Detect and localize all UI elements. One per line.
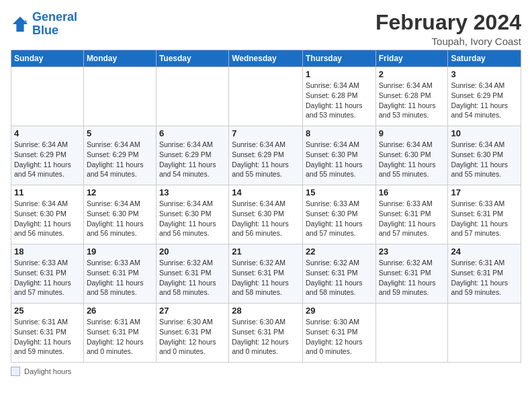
day-info: Sunrise: 6:34 AM Sunset: 6:29 PM Dayligh… bbox=[451, 81, 518, 120]
day-number: 22 bbox=[306, 246, 373, 257]
footer: Daylight hours bbox=[11, 367, 521, 376]
calendar-cell: 17Sunrise: 6:33 AM Sunset: 6:31 PM Dayli… bbox=[448, 185, 521, 244]
day-number: 9 bbox=[379, 128, 445, 138]
calendar-cell bbox=[83, 67, 156, 126]
calendar-cell: 10Sunrise: 6:34 AM Sunset: 6:30 PM Dayli… bbox=[448, 126, 521, 185]
calendar-cell: 1Sunrise: 6:34 AM Sunset: 6:28 PM Daylig… bbox=[302, 67, 375, 126]
day-number: 25 bbox=[14, 306, 81, 316]
day-number: 16 bbox=[379, 187, 445, 197]
calendar-cell: 3Sunrise: 6:34 AM Sunset: 6:29 PM Daylig… bbox=[448, 67, 521, 126]
calendar-cell: 27Sunrise: 6:30 AM Sunset: 6:31 PM Dayli… bbox=[156, 304, 228, 363]
calendar-cell: 7Sunrise: 6:34 AM Sunset: 6:29 PM Daylig… bbox=[229, 126, 303, 185]
day-info: Sunrise: 6:33 AM Sunset: 6:31 PM Dayligh… bbox=[451, 199, 518, 238]
day-info: Sunrise: 6:32 AM Sunset: 6:31 PM Dayligh… bbox=[159, 258, 226, 298]
week-row-2: 4Sunrise: 6:34 AM Sunset: 6:29 PM Daylig… bbox=[11, 126, 521, 185]
daylight-legend-label: Daylight hours bbox=[24, 367, 71, 375]
calendar-subtitle: Toupah, Ivory Coast bbox=[375, 36, 521, 47]
calendar-table: SundayMondayTuesdayWednesdayThursdayFrid… bbox=[11, 50, 521, 363]
weekday-header-thursday: Thursday bbox=[302, 50, 375, 67]
header: General Blue February 2024 Toupah, Ivory… bbox=[11, 11, 521, 47]
day-number: 21 bbox=[232, 246, 300, 257]
day-number: 2 bbox=[379, 69, 445, 79]
day-number: 10 bbox=[451, 128, 518, 138]
day-number: 14 bbox=[232, 187, 300, 197]
day-number: 29 bbox=[306, 306, 373, 316]
day-number: 1 bbox=[306, 69, 373, 79]
calendar-cell bbox=[375, 304, 448, 363]
day-number: 8 bbox=[306, 128, 373, 138]
day-number: 27 bbox=[159, 306, 226, 316]
calendar-cell: 11Sunrise: 6:34 AM Sunset: 6:30 PM Dayli… bbox=[11, 185, 84, 244]
weekday-header-saturday: Saturday bbox=[448, 50, 521, 67]
day-number: 12 bbox=[87, 187, 153, 197]
calendar-cell: 22Sunrise: 6:32 AM Sunset: 6:31 PM Dayli… bbox=[302, 244, 375, 304]
day-info: Sunrise: 6:33 AM Sunset: 6:31 PM Dayligh… bbox=[14, 258, 81, 298]
day-info: Sunrise: 6:34 AM Sunset: 6:28 PM Dayligh… bbox=[306, 81, 373, 120]
day-number: 18 bbox=[14, 246, 81, 257]
day-info: Sunrise: 6:34 AM Sunset: 6:30 PM Dayligh… bbox=[14, 199, 81, 238]
calendar-cell bbox=[229, 67, 303, 126]
calendar-cell: 4Sunrise: 6:34 AM Sunset: 6:29 PM Daylig… bbox=[11, 126, 84, 185]
title-block: February 2024 Toupah, Ivory Coast bbox=[375, 11, 521, 47]
day-info: Sunrise: 6:30 AM Sunset: 6:31 PM Dayligh… bbox=[159, 317, 226, 357]
weekday-header-wednesday: Wednesday bbox=[229, 50, 303, 67]
day-number: 19 bbox=[87, 246, 153, 257]
day-number: 20 bbox=[159, 246, 226, 257]
calendar-title: February 2024 bbox=[375, 11, 521, 34]
calendar-cell: 28Sunrise: 6:30 AM Sunset: 6:31 PM Dayli… bbox=[229, 304, 303, 363]
calendar-cell: 15Sunrise: 6:33 AM Sunset: 6:30 PM Dayli… bbox=[302, 185, 375, 244]
calendar-cell: 8Sunrise: 6:34 AM Sunset: 6:30 PM Daylig… bbox=[302, 126, 375, 185]
calendar-cell: 18Sunrise: 6:33 AM Sunset: 6:31 PM Dayli… bbox=[11, 244, 84, 304]
day-number: 5 bbox=[87, 128, 153, 138]
day-number: 28 bbox=[232, 306, 300, 316]
daylight-legend-box bbox=[11, 367, 20, 376]
day-info: Sunrise: 6:34 AM Sunset: 6:30 PM Dayligh… bbox=[87, 199, 153, 238]
calendar-cell: 20Sunrise: 6:32 AM Sunset: 6:31 PM Dayli… bbox=[156, 244, 228, 304]
day-number: 11 bbox=[14, 187, 81, 197]
calendar-cell: 5Sunrise: 6:34 AM Sunset: 6:29 PM Daylig… bbox=[83, 126, 156, 185]
day-number: 6 bbox=[159, 128, 226, 138]
day-info: Sunrise: 6:34 AM Sunset: 6:28 PM Dayligh… bbox=[379, 81, 445, 120]
day-info: Sunrise: 6:34 AM Sunset: 6:29 PM Dayligh… bbox=[232, 140, 300, 179]
week-row-3: 11Sunrise: 6:34 AM Sunset: 6:30 PM Dayli… bbox=[11, 185, 521, 244]
calendar-cell: 25Sunrise: 6:31 AM Sunset: 6:31 PM Dayli… bbox=[11, 304, 84, 363]
day-info: Sunrise: 6:31 AM Sunset: 6:31 PM Dayligh… bbox=[87, 317, 153, 357]
calendar-cell: 19Sunrise: 6:33 AM Sunset: 6:31 PM Dayli… bbox=[83, 244, 156, 304]
calendar-cell: 6Sunrise: 6:34 AM Sunset: 6:29 PM Daylig… bbox=[156, 126, 228, 185]
logo: General Blue bbox=[11, 11, 77, 38]
calendar-cell bbox=[11, 67, 84, 126]
week-row-1: 1Sunrise: 6:34 AM Sunset: 6:28 PM Daylig… bbox=[11, 67, 521, 126]
calendar-cell: 29Sunrise: 6:30 AM Sunset: 6:31 PM Dayli… bbox=[302, 304, 375, 363]
logo-text: General Blue bbox=[32, 11, 77, 38]
calendar-cell: 16Sunrise: 6:33 AM Sunset: 6:31 PM Dayli… bbox=[375, 185, 448, 244]
logo-icon bbox=[11, 15, 30, 34]
day-info: Sunrise: 6:31 AM Sunset: 6:31 PM Dayligh… bbox=[451, 258, 518, 298]
week-row-4: 18Sunrise: 6:33 AM Sunset: 6:31 PM Dayli… bbox=[11, 244, 521, 304]
day-number: 24 bbox=[451, 246, 518, 257]
day-info: Sunrise: 6:33 AM Sunset: 6:30 PM Dayligh… bbox=[306, 199, 373, 238]
calendar-cell: 9Sunrise: 6:34 AM Sunset: 6:30 PM Daylig… bbox=[375, 126, 448, 185]
calendar-cell: 24Sunrise: 6:31 AM Sunset: 6:31 PM Dayli… bbox=[448, 244, 521, 304]
day-number: 23 bbox=[379, 246, 445, 257]
day-number: 17 bbox=[451, 187, 518, 197]
calendar-cell: 26Sunrise: 6:31 AM Sunset: 6:31 PM Dayli… bbox=[83, 304, 156, 363]
day-number: 13 bbox=[159, 187, 226, 197]
day-number: 15 bbox=[306, 187, 373, 197]
day-number: 4 bbox=[14, 128, 81, 138]
day-info: Sunrise: 6:34 AM Sunset: 6:29 PM Dayligh… bbox=[159, 140, 226, 179]
calendar-cell: 13Sunrise: 6:34 AM Sunset: 6:30 PM Dayli… bbox=[156, 185, 228, 244]
day-number: 7 bbox=[232, 128, 300, 138]
day-info: Sunrise: 6:34 AM Sunset: 6:29 PM Dayligh… bbox=[87, 140, 153, 179]
day-info: Sunrise: 6:32 AM Sunset: 6:31 PM Dayligh… bbox=[306, 258, 373, 298]
calendar-cell: 23Sunrise: 6:32 AM Sunset: 6:31 PM Dayli… bbox=[375, 244, 448, 304]
day-info: Sunrise: 6:33 AM Sunset: 6:31 PM Dayligh… bbox=[87, 258, 153, 298]
calendar-cell: 14Sunrise: 6:34 AM Sunset: 6:30 PM Dayli… bbox=[229, 185, 303, 244]
day-info: Sunrise: 6:34 AM Sunset: 6:30 PM Dayligh… bbox=[232, 199, 300, 238]
day-number: 3 bbox=[451, 69, 518, 79]
calendar-cell: 21Sunrise: 6:32 AM Sunset: 6:31 PM Dayli… bbox=[229, 244, 303, 304]
day-info: Sunrise: 6:34 AM Sunset: 6:30 PM Dayligh… bbox=[451, 140, 518, 179]
day-info: Sunrise: 6:32 AM Sunset: 6:31 PM Dayligh… bbox=[232, 258, 300, 298]
calendar-cell: 2Sunrise: 6:34 AM Sunset: 6:28 PM Daylig… bbox=[375, 67, 448, 126]
weekday-header-monday: Monday bbox=[83, 50, 156, 67]
weekday-header-sunday: Sunday bbox=[11, 50, 84, 67]
